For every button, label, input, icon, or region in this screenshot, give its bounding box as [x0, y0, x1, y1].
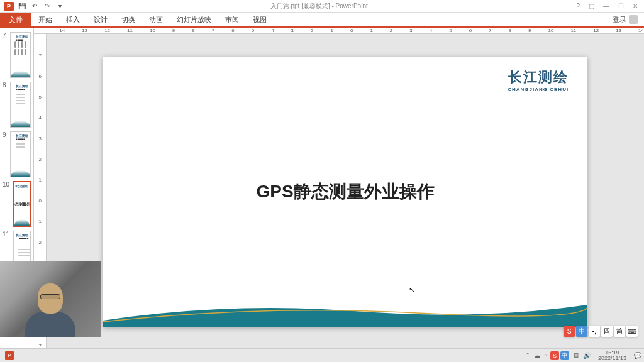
- title-bar: P 💾 ↶ ↷ ▾ 入门篇.ppt [兼容模式] - PowerPoint ? …: [0, 0, 644, 13]
- redo-icon[interactable]: ↷: [43, 2, 52, 11]
- taskbar-powerpoint-icon[interactable]: P: [5, 351, 14, 360]
- tray-ime[interactable]: S 中: [550, 351, 569, 360]
- ime-sogou-icon[interactable]: S: [564, 326, 575, 337]
- thumbnail-8[interactable]: 8 长江测绘■■■■■: [0, 80, 33, 129]
- ime-chinese-icon[interactable]: 中: [576, 326, 587, 337]
- tab-insert[interactable]: 插入: [59, 13, 87, 26]
- system-tray: ⌃ ☁ ▫ S 中 🖥 🔊 16:19 2022/11/13 💬: [525, 350, 641, 361]
- login-button[interactable]: 登录: [606, 13, 644, 26]
- maximize-icon[interactable]: ☐: [618, 3, 624, 9]
- minimize-icon[interactable]: —: [603, 3, 609, 9]
- help-icon[interactable]: ?: [576, 3, 580, 9]
- quick-access-toolbar: P 💾 ↶ ↷ ▾: [0, 2, 68, 11]
- windows-taskbar: P ⌃ ☁ ▫ S 中 🖥 🔊 16:19 2022/11/13 💬: [0, 348, 644, 362]
- window-controls: ? ▢ — ☐ ✕: [570, 3, 644, 9]
- ime-keyboard-icon[interactable]: ⌨: [626, 326, 638, 337]
- tray-network-icon[interactable]: 🖥: [573, 352, 579, 359]
- company-logo: 长江测绘 CHANGJIANG CEHUI: [508, 68, 569, 92]
- ime-simp-icon[interactable]: 简: [614, 326, 625, 337]
- thumbnail-9[interactable]: 9 长江测绘■■■■■: [0, 129, 33, 179]
- horizontal-ruler[interactable]: 141312111098765432101234567891011121314: [34, 28, 644, 34]
- powerpoint-icon[interactable]: P: [4, 2, 14, 11]
- file-tab[interactable]: 文件: [0, 13, 31, 26]
- floating-ime-bar[interactable]: S 中 •, 四 简 ⌨: [564, 326, 638, 337]
- document-title: 入门篇.ppt [兼容模式] - PowerPoint: [68, 2, 570, 11]
- taskbar-clock[interactable]: 16:19 2022/11/13: [594, 350, 630, 361]
- save-icon[interactable]: 💾: [18, 2, 26, 11]
- editor-area: 141312111098765432101234567891011121314 …: [34, 28, 644, 324]
- thumbnail-10[interactable]: 10 长江测绘GPS静态测量外业操作: [0, 179, 33, 229]
- thumbnail-7[interactable]: 7 长江测绘■■■■: [0, 30, 33, 80]
- webcam-overlay[interactable]: [0, 261, 101, 337]
- tray-onedrive-icon[interactable]: ☁: [534, 352, 540, 359]
- tab-animations[interactable]: 动画: [142, 13, 170, 26]
- tab-view[interactable]: 视图: [246, 13, 274, 26]
- tray-notification-icon[interactable]: 💬: [634, 352, 641, 359]
- slide-decoration: [103, 295, 587, 327]
- qat-dropdown-icon[interactable]: ▾: [55, 2, 64, 11]
- slide-title[interactable]: GPS静态测量外业操作: [257, 180, 435, 204]
- slide-area[interactable]: 长江测绘 CHANGJIANG CEHUI GPS静态测量外业操作 ↖: [47, 34, 644, 349]
- ribbon-options-icon[interactable]: ▢: [589, 3, 594, 9]
- tray-app-icon[interactable]: ▫: [544, 352, 547, 359]
- tab-review[interactable]: 审阅: [218, 13, 246, 26]
- slide-canvas[interactable]: 长江测绘 CHANGJIANG CEHUI GPS静态测量外业操作: [103, 57, 587, 327]
- tab-home[interactable]: 开始: [31, 13, 59, 26]
- tray-up-icon[interactable]: ⌃: [525, 352, 530, 359]
- avatar-icon: [629, 15, 638, 24]
- tab-slideshow[interactable]: 幻灯片放映: [170, 13, 218, 26]
- tray-volume-icon[interactable]: 🔊: [583, 352, 591, 359]
- close-icon[interactable]: ✕: [633, 3, 638, 9]
- ime-punct-icon[interactable]: •,: [589, 326, 600, 337]
- ime-width-icon[interactable]: 四: [601, 326, 613, 337]
- undo-icon[interactable]: ↶: [30, 2, 39, 11]
- tab-design[interactable]: 设计: [87, 13, 114, 26]
- ribbon-tabs: 文件 开始 插入 设计 切换 动画 幻灯片放映 审阅 视图 登录: [0, 13, 644, 26]
- tab-transitions[interactable]: 切换: [114, 13, 142, 26]
